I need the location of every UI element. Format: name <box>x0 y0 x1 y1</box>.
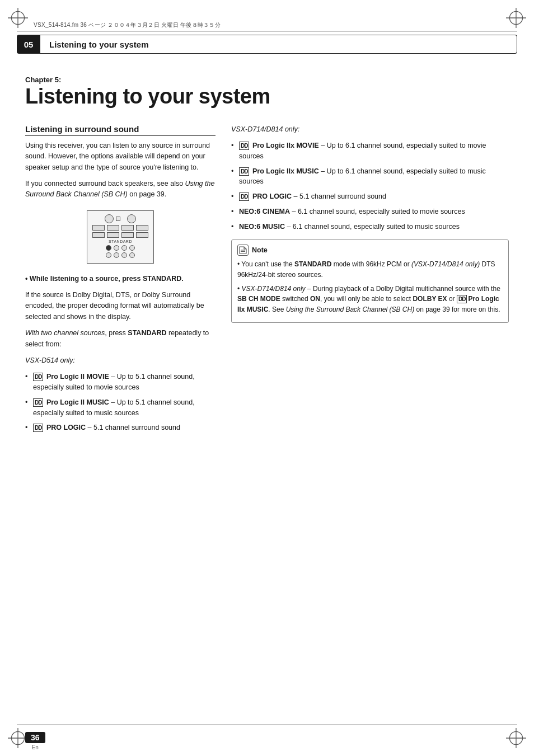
dd-icon-2: DD <box>33 398 43 407</box>
btn-7 <box>121 232 134 238</box>
page-lang: En <box>25 744 45 750</box>
list-item: DD PRO LOGIC – 5.1 channel surround soun… <box>25 422 216 433</box>
standard-label: STANDARD <box>109 240 132 243</box>
receiver-diagram: STANDARD <box>87 210 154 264</box>
note-header: Note <box>237 245 503 256</box>
vsx-d714-label: VSX-D714/D814 only: <box>231 124 509 135</box>
list-item: NEO:6 CINEMA – 6.1 channel sound, especi… <box>231 206 509 217</box>
list-item: DD Pro Logic II MUSIC – Up to 5.1 channe… <box>25 397 216 419</box>
chapter-header-title: Listening to your system <box>40 35 517 54</box>
left-para1: Using this receiver, you can listen to a… <box>25 140 216 173</box>
item-name-r4: NEO:6 CINEMA <box>239 208 290 215</box>
chapter-label: Chapter 5: <box>25 76 509 84</box>
page-number-area: 36 En <box>25 732 45 750</box>
with-two-channel: With two channel sources, press STANDARD… <box>25 328 216 350</box>
dd-icon-note: DD <box>457 295 467 303</box>
dd-icon-r1: DD <box>239 142 249 150</box>
main-content: Chapter 5: Listening to your system List… <box>25 64 509 717</box>
vsx-d514-label: VSX-D514 only: <box>25 355 216 366</box>
list-item: DD Pro Logic IIx MUSIC – Up to 6.1 chann… <box>231 166 509 187</box>
knob-s2 <box>121 245 127 251</box>
item-name-r2: Pro Logic IIx MUSIC <box>252 167 319 175</box>
two-column-layout: Listening in surround sound Using this r… <box>25 124 509 439</box>
item-text-3: – 5.1 channel surround sound <box>88 424 180 431</box>
knob-s5 <box>114 252 119 258</box>
list-item: DD PRO LOGIC – 5.1 channel surround soun… <box>231 191 509 202</box>
knob-2 <box>127 214 136 223</box>
btn-6 <box>107 232 119 238</box>
chapter-big-title: Listening to your system <box>25 85 509 109</box>
vsx-d514-list: DD Pro Logic II MOVIE – Up to 5.1 channe… <box>25 372 216 433</box>
note-title: Note <box>252 246 268 254</box>
chapter-number: 05 <box>17 35 40 54</box>
dd-icon-1: DD <box>33 373 43 381</box>
btn-1 <box>92 225 105 231</box>
dd-icon-3: DD <box>33 424 43 432</box>
btn-2 <box>107 225 119 231</box>
knob-s6 <box>121 252 127 258</box>
bottom-divider <box>17 725 517 725</box>
top-divider <box>17 31 517 31</box>
corner-tr <box>506 8 526 28</box>
item-name-1: Pro Logic II MOVIE <box>46 373 109 381</box>
dot-1 <box>116 217 120 221</box>
dd-icon-r2: DD <box>239 167 249 176</box>
item-name-r5: NEO:6 MUSIC <box>239 223 285 231</box>
item-text-r4: – 6.1 channel sound, especially suited t… <box>292 208 465 215</box>
dd-icon-r3: DD <box>239 192 249 201</box>
btn-3 <box>121 225 134 231</box>
file-info: VSX_514-814.fm 36 ページ ２００４年３月２日 火曜日 午後８時… <box>34 21 221 29</box>
left-column: Listening in surround sound Using this r… <box>25 124 216 439</box>
item-text-r5: – 6.1 channel sound, especially suited t… <box>287 223 460 231</box>
item-name-3: PRO LOGIC <box>46 424 86 431</box>
item-name-2: Pro Logic II MUSIC <box>46 398 109 406</box>
btn-5 <box>92 232 105 238</box>
knob-s7 <box>129 252 135 258</box>
corner-tl <box>8 8 28 28</box>
list-item: NEO:6 MUSIC – 6.1 channel sound, especia… <box>231 222 509 232</box>
item-name-r3: PRO LOGIC <box>252 192 292 200</box>
knob-s1 <box>114 245 119 251</box>
note-icon <box>237 245 249 256</box>
instruction-label: • While listening to a source, press STA… <box>25 274 216 284</box>
left-para2: If you connected surround back speakers,… <box>25 179 216 200</box>
list-item: DD Pro Logic II MOVIE – Up to 5.1 channe… <box>25 372 216 393</box>
vsx-d714-list: DD Pro Logic IIx MOVIE – Up to 6.1 chann… <box>231 140 509 232</box>
btn-8 <box>136 232 148 238</box>
note-bullet-1: • You can't use the STANDARD mode with 9… <box>237 259 503 280</box>
knob-filled <box>106 245 111 251</box>
btn-4 <box>136 225 148 231</box>
right-column: VSX-D714/D814 only: DD Pro Logic IIx MOV… <box>231 124 509 439</box>
note-bullet-2: • VSX-D714/D814 only – During playback o… <box>237 284 503 315</box>
item-text-r3: – 5.1 channel surround sound <box>294 192 386 200</box>
note-box: Note • You can't use the STANDARD mode w… <box>231 240 509 323</box>
instruction-body: If the source is Dolby Digital, DTS, or … <box>25 290 216 322</box>
chapter-header: 05 Listening to your system <box>17 35 517 54</box>
knob-s3 <box>129 245 135 251</box>
list-item: DD Pro Logic IIx MOVIE – Up to 6.1 chann… <box>231 140 509 162</box>
page-badge: 36 <box>25 732 45 743</box>
knob-s4 <box>106 252 111 258</box>
item-name-r1: Pro Logic IIx MOVIE <box>252 142 319 149</box>
knob-1 <box>105 214 114 223</box>
corner-br <box>506 728 526 748</box>
section-heading: Listening in surround sound <box>25 124 216 136</box>
